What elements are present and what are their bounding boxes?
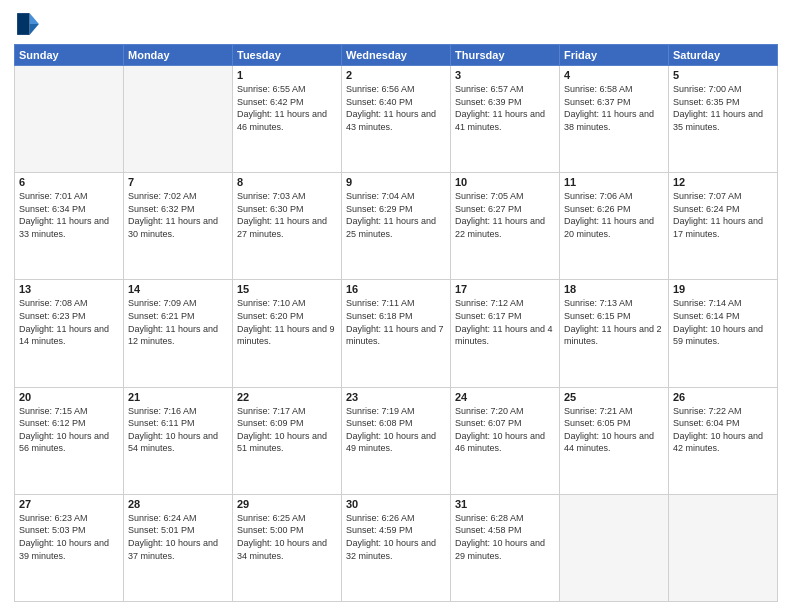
day-cell	[669, 494, 778, 601]
day-cell	[15, 66, 124, 173]
day-number: 25	[564, 391, 664, 403]
day-cell: 11Sunrise: 7:06 AMSunset: 6:26 PMDayligh…	[560, 173, 669, 280]
weekday-header-saturday: Saturday	[669, 45, 778, 66]
day-info: Sunrise: 7:21 AMSunset: 6:05 PMDaylight:…	[564, 405, 664, 455]
day-info: Sunrise: 7:06 AMSunset: 6:26 PMDaylight:…	[564, 190, 664, 240]
day-cell: 24Sunrise: 7:20 AMSunset: 6:07 PMDayligh…	[451, 387, 560, 494]
day-cell: 9Sunrise: 7:04 AMSunset: 6:29 PMDaylight…	[342, 173, 451, 280]
weekday-header-tuesday: Tuesday	[233, 45, 342, 66]
day-cell	[124, 66, 233, 173]
day-info: Sunrise: 7:13 AMSunset: 6:15 PMDaylight:…	[564, 297, 664, 347]
weekday-header-row: SundayMondayTuesdayWednesdayThursdayFrid…	[15, 45, 778, 66]
day-cell: 4Sunrise: 6:58 AMSunset: 6:37 PMDaylight…	[560, 66, 669, 173]
day-info: Sunrise: 6:57 AMSunset: 6:39 PMDaylight:…	[455, 83, 555, 133]
day-number: 27	[19, 498, 119, 510]
day-cell: 30Sunrise: 6:26 AMSunset: 4:59 PMDayligh…	[342, 494, 451, 601]
day-number: 6	[19, 176, 119, 188]
day-cell: 15Sunrise: 7:10 AMSunset: 6:20 PMDayligh…	[233, 280, 342, 387]
day-number: 29	[237, 498, 337, 510]
day-cell: 10Sunrise: 7:05 AMSunset: 6:27 PMDayligh…	[451, 173, 560, 280]
day-info: Sunrise: 7:09 AMSunset: 6:21 PMDaylight:…	[128, 297, 228, 347]
week-row-4: 20Sunrise: 7:15 AMSunset: 6:12 PMDayligh…	[15, 387, 778, 494]
day-cell: 25Sunrise: 7:21 AMSunset: 6:05 PMDayligh…	[560, 387, 669, 494]
svg-rect-2	[17, 13, 29, 35]
day-number: 18	[564, 283, 664, 295]
day-number: 17	[455, 283, 555, 295]
day-number: 22	[237, 391, 337, 403]
day-number: 23	[346, 391, 446, 403]
calendar-table: SundayMondayTuesdayWednesdayThursdayFrid…	[14, 44, 778, 602]
day-cell: 23Sunrise: 7:19 AMSunset: 6:08 PMDayligh…	[342, 387, 451, 494]
day-number: 13	[19, 283, 119, 295]
weekday-header-sunday: Sunday	[15, 45, 124, 66]
header	[14, 10, 778, 38]
day-cell: 5Sunrise: 7:00 AMSunset: 6:35 PMDaylight…	[669, 66, 778, 173]
day-cell: 3Sunrise: 6:57 AMSunset: 6:39 PMDaylight…	[451, 66, 560, 173]
day-info: Sunrise: 6:26 AMSunset: 4:59 PMDaylight:…	[346, 512, 446, 562]
day-number: 21	[128, 391, 228, 403]
day-info: Sunrise: 7:22 AMSunset: 6:04 PMDaylight:…	[673, 405, 773, 455]
day-info: Sunrise: 6:55 AMSunset: 6:42 PMDaylight:…	[237, 83, 337, 133]
day-number: 15	[237, 283, 337, 295]
day-info: Sunrise: 6:58 AMSunset: 6:37 PMDaylight:…	[564, 83, 664, 133]
day-info: Sunrise: 7:08 AMSunset: 6:23 PMDaylight:…	[19, 297, 119, 347]
day-cell: 19Sunrise: 7:14 AMSunset: 6:14 PMDayligh…	[669, 280, 778, 387]
day-number: 26	[673, 391, 773, 403]
day-info: Sunrise: 7:07 AMSunset: 6:24 PMDaylight:…	[673, 190, 773, 240]
day-number: 4	[564, 69, 664, 81]
weekday-header-thursday: Thursday	[451, 45, 560, 66]
day-info: Sunrise: 6:24 AMSunset: 5:01 PMDaylight:…	[128, 512, 228, 562]
weekday-header-friday: Friday	[560, 45, 669, 66]
day-number: 16	[346, 283, 446, 295]
day-number: 19	[673, 283, 773, 295]
day-cell	[560, 494, 669, 601]
day-number: 1	[237, 69, 337, 81]
day-info: Sunrise: 7:19 AMSunset: 6:08 PMDaylight:…	[346, 405, 446, 455]
day-cell: 28Sunrise: 6:24 AMSunset: 5:01 PMDayligh…	[124, 494, 233, 601]
day-number: 9	[346, 176, 446, 188]
day-cell: 22Sunrise: 7:17 AMSunset: 6:09 PMDayligh…	[233, 387, 342, 494]
day-info: Sunrise: 7:16 AMSunset: 6:11 PMDaylight:…	[128, 405, 228, 455]
day-cell: 2Sunrise: 6:56 AMSunset: 6:40 PMDaylight…	[342, 66, 451, 173]
day-number: 14	[128, 283, 228, 295]
logo-icon	[14, 10, 42, 38]
day-cell: 27Sunrise: 6:23 AMSunset: 5:03 PMDayligh…	[15, 494, 124, 601]
weekday-header-wednesday: Wednesday	[342, 45, 451, 66]
page: SundayMondayTuesdayWednesdayThursdayFrid…	[0, 0, 792, 612]
day-info: Sunrise: 6:25 AMSunset: 5:00 PMDaylight:…	[237, 512, 337, 562]
day-info: Sunrise: 7:20 AMSunset: 6:07 PMDaylight:…	[455, 405, 555, 455]
day-number: 11	[564, 176, 664, 188]
day-number: 24	[455, 391, 555, 403]
day-info: Sunrise: 7:01 AMSunset: 6:34 PMDaylight:…	[19, 190, 119, 240]
svg-marker-1	[30, 24, 39, 35]
day-info: Sunrise: 7:03 AMSunset: 6:30 PMDaylight:…	[237, 190, 337, 240]
day-info: Sunrise: 7:14 AMSunset: 6:14 PMDaylight:…	[673, 297, 773, 347]
day-number: 28	[128, 498, 228, 510]
day-cell: 18Sunrise: 7:13 AMSunset: 6:15 PMDayligh…	[560, 280, 669, 387]
day-info: Sunrise: 6:28 AMSunset: 4:58 PMDaylight:…	[455, 512, 555, 562]
day-info: Sunrise: 7:00 AMSunset: 6:35 PMDaylight:…	[673, 83, 773, 133]
week-row-1: 1Sunrise: 6:55 AMSunset: 6:42 PMDaylight…	[15, 66, 778, 173]
week-row-3: 13Sunrise: 7:08 AMSunset: 6:23 PMDayligh…	[15, 280, 778, 387]
day-info: Sunrise: 7:02 AMSunset: 6:32 PMDaylight:…	[128, 190, 228, 240]
day-info: Sunrise: 7:12 AMSunset: 6:17 PMDaylight:…	[455, 297, 555, 347]
day-number: 10	[455, 176, 555, 188]
day-cell: 17Sunrise: 7:12 AMSunset: 6:17 PMDayligh…	[451, 280, 560, 387]
day-cell: 21Sunrise: 7:16 AMSunset: 6:11 PMDayligh…	[124, 387, 233, 494]
day-cell: 26Sunrise: 7:22 AMSunset: 6:04 PMDayligh…	[669, 387, 778, 494]
day-cell: 29Sunrise: 6:25 AMSunset: 5:00 PMDayligh…	[233, 494, 342, 601]
day-cell: 20Sunrise: 7:15 AMSunset: 6:12 PMDayligh…	[15, 387, 124, 494]
day-number: 8	[237, 176, 337, 188]
day-cell: 31Sunrise: 6:28 AMSunset: 4:58 PMDayligh…	[451, 494, 560, 601]
day-number: 2	[346, 69, 446, 81]
day-cell: 13Sunrise: 7:08 AMSunset: 6:23 PMDayligh…	[15, 280, 124, 387]
day-cell: 14Sunrise: 7:09 AMSunset: 6:21 PMDayligh…	[124, 280, 233, 387]
day-cell: 7Sunrise: 7:02 AMSunset: 6:32 PMDaylight…	[124, 173, 233, 280]
day-info: Sunrise: 7:11 AMSunset: 6:18 PMDaylight:…	[346, 297, 446, 347]
weekday-header-monday: Monday	[124, 45, 233, 66]
day-info: Sunrise: 7:10 AMSunset: 6:20 PMDaylight:…	[237, 297, 337, 347]
day-info: Sunrise: 7:04 AMSunset: 6:29 PMDaylight:…	[346, 190, 446, 240]
day-number: 30	[346, 498, 446, 510]
day-cell: 8Sunrise: 7:03 AMSunset: 6:30 PMDaylight…	[233, 173, 342, 280]
day-info: Sunrise: 7:17 AMSunset: 6:09 PMDaylight:…	[237, 405, 337, 455]
